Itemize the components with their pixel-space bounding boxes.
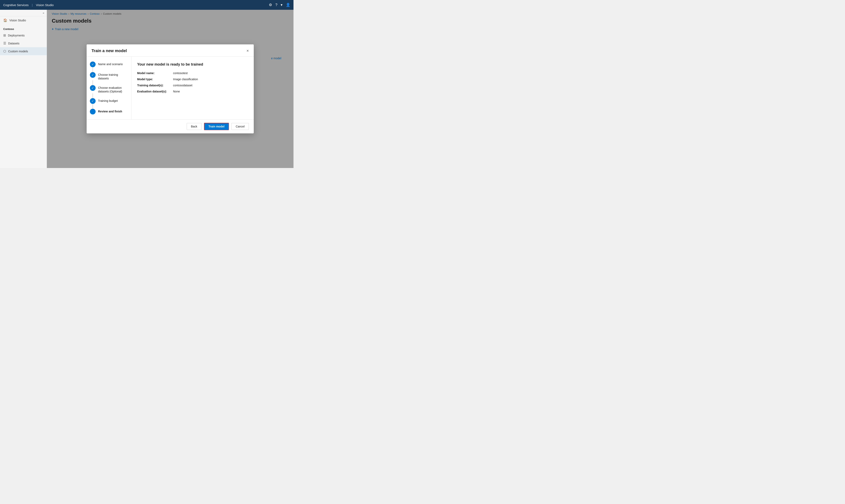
topbar-divider: | <box>32 3 33 7</box>
brand-label: Cognitive Services <box>3 3 29 7</box>
step-1-connector <box>92 67 93 72</box>
step-2-wrapper: ✓ Choose training datasets <box>90 72 128 85</box>
custom-models-icon: ⬡ <box>3 49 6 53</box>
modal-header: Train a new model × <box>87 44 254 57</box>
sidebar-datasets-label: Datasets <box>8 42 19 45</box>
sidebar: « 🏠 Vision Studio Contoso ⊞ Deployments … <box>0 10 47 168</box>
review-panel: Your new model is ready to be trained Mo… <box>132 57 254 120</box>
review-evaluation-dataset-label: Evaluation dataset(s): <box>137 90 172 93</box>
modal: Train a new model × ✓ Name and scenario <box>87 44 254 133</box>
review-model-name-value: contosotest <box>173 71 188 75</box>
back-button[interactable]: Back <box>187 123 202 130</box>
step-1-wrapper: ✓ Name and scenario <box>90 61 128 72</box>
step-2-connector <box>92 80 93 85</box>
deployments-icon: ⊞ <box>3 33 6 37</box>
modal-overlay: Train a new model × ✓ Name and scenario <box>47 10 293 168</box>
topbar-actions: ⚙ ? ▾ 👤 <box>269 3 290 7</box>
review-training-dataset-value: contosodataset <box>173 84 192 87</box>
cancel-button[interactable]: Cancel <box>231 123 249 130</box>
sidebar-deployments-label: Deployments <box>8 34 25 37</box>
step-1-icon: ✓ <box>90 61 96 67</box>
sidebar-collapse-button[interactable]: « <box>0 10 47 16</box>
review-training-dataset-row: Training dataset(s): contosodataset <box>137 84 248 87</box>
review-training-dataset-label: Training dataset(s): <box>137 84 172 87</box>
step-4-wrapper: ✓ Training budget <box>90 98 128 109</box>
step-5-row: Review and finish <box>90 109 128 114</box>
train-model-button[interactable]: Train model <box>204 123 229 130</box>
step-5-label: Review and finish <box>98 109 122 113</box>
review-title: Your new model is ready to be trained <box>137 62 248 67</box>
modal-footer: Back Train model Cancel <box>87 119 254 133</box>
modal-title: Train a new model <box>91 49 127 53</box>
step-3-wrapper: ✓ Choose evaluation datasets (Optional) <box>90 85 128 98</box>
topbar-brand: Cognitive Services | Vision Studio <box>3 3 54 7</box>
step-4-connector <box>92 104 93 109</box>
sidebar-item-custom-models[interactable]: ⬡ Custom models <box>0 47 47 55</box>
avatar-icon[interactable]: 👤 <box>286 3 290 7</box>
step-3-connector <box>92 93 93 98</box>
datasets-icon: ☰ <box>3 41 6 45</box>
sidebar-item-home[interactable]: 🏠 Vision Studio <box>0 16 47 24</box>
review-evaluation-dataset-value: None <box>173 90 180 93</box>
settings-icon[interactable]: ⚙ <box>269 3 272 7</box>
topbar: Cognitive Services | Vision Studio ⚙ ? ▾… <box>0 0 293 10</box>
step-2-label: Choose training datasets <box>98 72 128 80</box>
dropdown-icon[interactable]: ▾ <box>281 3 282 7</box>
help-icon[interactable]: ? <box>275 3 277 7</box>
steps-panel: ✓ Name and scenario ✓ Choose training da… <box>87 57 132 120</box>
step-5-wrapper: Review and finish <box>90 109 128 114</box>
step-1-row: ✓ Name and scenario <box>90 61 128 67</box>
product-label: Vision Studio <box>36 3 54 7</box>
step-4-label: Training budget <box>98 98 118 103</box>
step-3-row: ✓ Choose evaluation datasets (Optional) <box>90 85 128 93</box>
step-4-row: ✓ Training budget <box>90 98 128 104</box>
sidebar-section-label: Contoso <box>0 24 47 31</box>
review-model-type-label: Model type: <box>137 77 172 81</box>
sidebar-home-label: Vision Studio <box>10 19 26 22</box>
review-model-type-value: Image classification <box>173 77 198 81</box>
review-model-type-row: Model type: Image classification <box>137 77 248 81</box>
sidebar-item-datasets[interactable]: ☰ Datasets <box>0 39 47 47</box>
review-model-name-row: Model name: contosotest <box>137 71 248 75</box>
sidebar-custom-models-label: Custom models <box>8 50 28 53</box>
step-3-icon: ✓ <box>90 85 96 91</box>
step-4-icon: ✓ <box>90 98 96 104</box>
step-3-label: Choose evaluation datasets (Optional) <box>98 85 128 93</box>
step-2-row: ✓ Choose training datasets <box>90 72 128 80</box>
review-evaluation-dataset-row: Evaluation dataset(s): None <box>137 90 248 93</box>
sidebar-item-deployments[interactable]: ⊞ Deployments <box>0 31 47 39</box>
modal-close-button[interactable]: × <box>246 49 249 53</box>
home-icon: 🏠 <box>3 18 7 22</box>
main-content: Vision Studio › My resources › Contoso ›… <box>47 10 293 168</box>
step-2-icon: ✓ <box>90 72 96 78</box>
step-5-icon <box>90 109 96 114</box>
modal-body: ✓ Name and scenario ✓ Choose training da… <box>87 57 254 120</box>
review-model-name-label: Model name: <box>137 71 172 75</box>
step-1-label: Name and scenario <box>98 61 123 66</box>
